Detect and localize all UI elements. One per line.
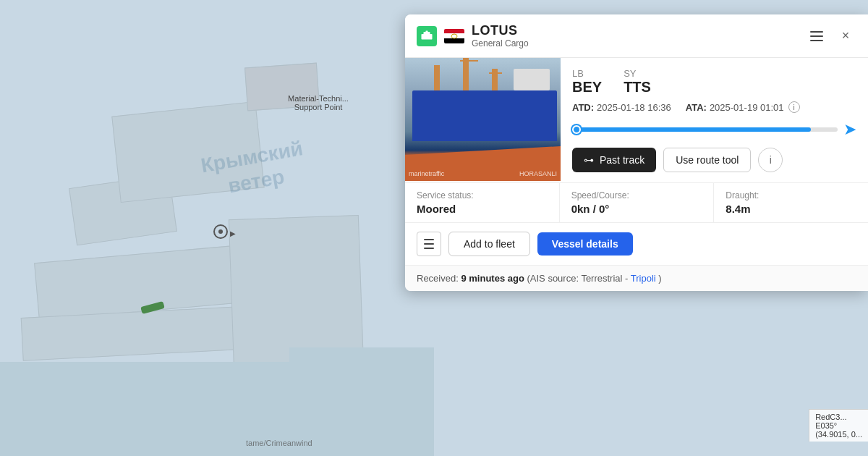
map-label-tech: Material-Techni... Support Point (275, 94, 362, 111)
vessel-info-panel: LB BEY SY TTS ATD: 2025-01-18 16:36 ATA:… (561, 58, 868, 182)
hamburger-line-1 (424, 239, 434, 240)
ship-superstructure (514, 69, 550, 90)
crane-arm-3 (489, 72, 502, 74)
ship-body (412, 90, 557, 141)
progress-arrow-icon: ➤ (843, 122, 856, 138)
service-status-item: Service status: Moored (405, 183, 560, 222)
ship-crane-1 (434, 65, 440, 94)
ship-marker-ring (213, 224, 228, 239)
speed-course-item: Speed/Course: 0kn / 0° (560, 183, 715, 222)
status-bar: Service status: Moored Speed/Course: 0kn… (405, 182, 868, 223)
ais-source-link[interactable]: Tripoli (631, 273, 656, 284)
bottom-action-row: Add to fleet Vessel details (405, 223, 868, 266)
svg-rect-2 (426, 30, 428, 32)
vessel-details-button[interactable]: Vessel details (537, 232, 633, 256)
ship-marker-arrow: ▶ (230, 229, 236, 237)
progress-fill (572, 127, 811, 132)
hamburger-menu-button[interactable] (417, 232, 441, 256)
port-from-name: BEY (572, 79, 602, 96)
hamburger-line-2 (424, 243, 434, 245)
flag-white-stripe (444, 33, 464, 38)
vessel-type-icon (417, 26, 437, 46)
crane-arm-2 (460, 60, 478, 62)
track-icon: ⊶ (584, 154, 594, 166)
port-row: LB BEY SY TTS (572, 68, 856, 96)
ship-crane-2 (463, 58, 469, 94)
atd-value: 2025-01-18 16:36 (597, 102, 671, 113)
popup-header: LOTUS General Cargo × (405, 14, 868, 58)
port-to: SY TTS (624, 68, 651, 96)
photo-watermark: marinetraffic (409, 170, 444, 177)
popup-main-content: marinetraffic HORASANLI LB BEY SY TTS AT… (405, 58, 868, 182)
progress-bar-container: ➤ (572, 122, 856, 138)
header-menu-button[interactable] (806, 25, 827, 47)
cargo-ship-icon (420, 30, 433, 43)
route-tool-button[interactable]: Use route tool (663, 148, 751, 172)
progress-track (572, 127, 838, 132)
svg-point-3 (451, 34, 457, 38)
service-status-label: Service status: (417, 190, 548, 200)
received-time: 9 minutes ago (461, 273, 524, 284)
action-info-button[interactable]: i (758, 148, 783, 172)
vessel-name-group: LOTUS General Cargo (472, 23, 529, 48)
ais-source-prefix: (AIS source: Terrestrial - (527, 273, 630, 284)
info-icon: i (770, 154, 772, 166)
add-to-fleet-button[interactable]: Add to fleet (448, 232, 530, 256)
draught-value: 8.4m (726, 203, 856, 215)
ata-value: 2025-01-19 01:01 (710, 102, 784, 113)
draught-item: Draught: 8.4m (714, 183, 868, 222)
draught-label: Draught: (726, 190, 856, 200)
atd-label: ATD: (572, 102, 594, 113)
ship-marker[interactable] (213, 224, 228, 239)
menu-line-1 (810, 31, 823, 33)
coord-box: RedC3... E035° (34.9015, 0... (809, 409, 868, 442)
vessel-popup: LOTUS General Cargo × (405, 14, 868, 291)
ata-label: ATA: (686, 102, 707, 113)
photo-credit: HORASANLI (519, 170, 557, 177)
port-from: LB BEY (572, 68, 602, 96)
close-button[interactable]: × (835, 25, 856, 47)
ata-info-button[interactable]: i (788, 101, 800, 113)
svg-rect-0 (422, 34, 433, 40)
menu-line-2 (810, 35, 823, 37)
speed-course-label: Speed/Course: (571, 190, 702, 200)
past-track-button[interactable]: ⊶ Past track (572, 148, 656, 172)
ais-source-suffix: ) (658, 273, 661, 284)
hamburger-line-3 (424, 248, 434, 249)
vessel-photo: marinetraffic HORASANLI (405, 58, 561, 181)
flag-egypt (444, 29, 464, 43)
port-to-code: SY (624, 68, 651, 79)
vessel-name: LOTUS (472, 23, 529, 38)
ata-item: ATA: 2025-01-19 01:01 i (686, 101, 800, 113)
received-label: Received: (417, 273, 459, 284)
map-attribution: tame/Crimeanwind (246, 439, 312, 447)
time-row: ATD: 2025-01-18 16:36 ATA: 2025-01-19 01… (572, 101, 856, 113)
atd-item: ATD: 2025-01-18 16:36 (572, 101, 671, 113)
port-to-name: TTS (624, 79, 651, 96)
popup-footer: Received: 9 minutes ago (AIS source: Ter… (405, 266, 868, 291)
track-action-row: ⊶ Past track Use route tool i (572, 148, 856, 172)
vessel-type-label: General Cargo (472, 38, 529, 48)
service-status-value: Moored (417, 203, 548, 215)
speed-course-value: 0kn / 0° (571, 203, 702, 215)
menu-line-3 (810, 40, 823, 41)
port-from-code: LB (572, 68, 602, 79)
progress-dot (572, 125, 581, 134)
ship-marker-dot (218, 229, 223, 234)
